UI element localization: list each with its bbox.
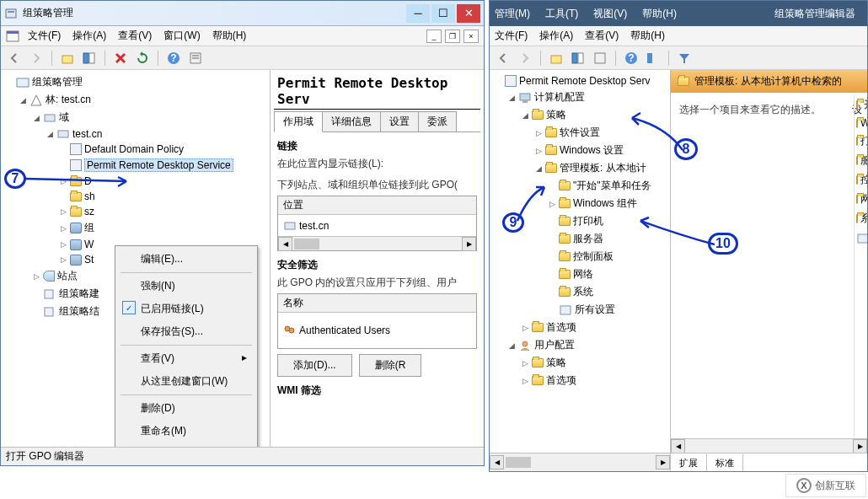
tab-scope[interactable]: 作用域 [274, 111, 323, 132]
tree-root[interactable]: 组策略管理 [3, 73, 268, 91]
tree-domain[interactable]: ◢test.cn [3, 126, 268, 142]
dm-manage[interactable]: 管理(M) [495, 7, 530, 21]
ctx-refresh[interactable]: 刷新(F) [117, 443, 255, 447]
collapse-icon[interactable]: ◢ [31, 113, 41, 123]
emenu-help[interactable]: 帮助(H) [630, 29, 665, 43]
list-item[interactable]: 所 [855, 228, 867, 248]
list-item[interactable]: Authenticated Users [278, 313, 476, 348]
list-item[interactable]: 打 [855, 131, 867, 151]
forward-button[interactable] [28, 50, 45, 67]
collapse-icon[interactable]: ◢ [506, 341, 517, 351]
help-icon[interactable]: ? [623, 50, 640, 67]
filter-toggle-icon[interactable] [645, 50, 662, 67]
tree-system[interactable]: 系统 [491, 283, 668, 301]
minimize-button[interactable]: ─ [406, 4, 430, 23]
help-icon[interactable]: ? [165, 50, 182, 67]
properties-icon[interactable] [187, 50, 204, 67]
emenu-action[interactable]: 操作(A) [539, 29, 573, 43]
tree-ou[interactable]: ▷D [3, 174, 268, 189]
remove-button[interactable]: 删除(R [359, 354, 422, 377]
expand-icon[interactable]: ▷ [533, 128, 544, 138]
dm-help[interactable]: 帮助(H) [642, 7, 677, 21]
tree-start-menu[interactable]: "开始"菜单和任务 [491, 177, 668, 195]
tree-scrollbar[interactable]: ◀▶ [490, 453, 671, 471]
expand-icon[interactable]: ▷ [31, 271, 41, 282]
ctx-enforce[interactable]: 强制(N) [117, 275, 255, 298]
tree-policies2[interactable]: ▷策略 [491, 354, 668, 372]
tab-standard[interactable]: 标准 [707, 454, 743, 471]
back-button[interactable] [6, 50, 23, 67]
ctx-delete[interactable]: 删除(D) [117, 397, 255, 420]
tree-ddp[interactable]: Default Domain Policy [3, 142, 268, 157]
tree-windows-settings[interactable]: ▷Windows 设置 [491, 142, 668, 159]
tree-network[interactable]: 网络 [491, 266, 668, 283]
tree-ou[interactable]: ▷sz [3, 204, 268, 219]
emenu-view[interactable]: 查看(V) [585, 29, 619, 43]
tree-policies[interactable]: ◢策略 [491, 106, 668, 124]
expand-icon[interactable]: ▷ [520, 323, 530, 333]
menu-file[interactable]: 文件(F) [28, 29, 61, 43]
expand-icon[interactable]: ▷ [520, 358, 530, 368]
expand-icon[interactable]: ▷ [58, 207, 68, 217]
horizontal-scrollbar[interactable]: ◀▶ [671, 438, 867, 453]
list-item[interactable]: test.cn [278, 215, 476, 236]
column-name[interactable]: 名称 [278, 294, 476, 313]
mdi-minimize[interactable]: _ [426, 30, 442, 43]
tree-software[interactable]: ▷软件设置 [491, 124, 668, 142]
up-icon[interactable] [59, 50, 76, 67]
collapse-icon[interactable]: ◢ [18, 95, 28, 105]
maximize-button[interactable]: ☐ [431, 4, 455, 23]
tree-forest[interactable]: ◢林: test.cn [3, 91, 268, 109]
dm-view[interactable]: 视图(V) [593, 7, 627, 21]
expand-icon[interactable]: ▷ [547, 199, 557, 209]
menu-view[interactable]: 查看(V) [118, 29, 152, 43]
collapse-icon[interactable]: ◢ [506, 93, 517, 103]
ctx-enable-link[interactable]: ✓已启用链接(L) [117, 298, 255, 320]
ctx-view[interactable]: 查看(V)▸ [117, 347, 255, 370]
expand-icon[interactable]: ▷ [520, 376, 530, 386]
tree-computer-config[interactable]: ◢计算机配置 [491, 89, 668, 106]
tree-windows-components[interactable]: ▷Windows 组件 [491, 195, 668, 212]
list-item[interactable]: 系 [855, 209, 867, 228]
list-item[interactable]: 控 [855, 170, 867, 190]
tree-ou[interactable]: sh [3, 189, 268, 204]
tree-control-panel[interactable]: 控制面板 [491, 248, 668, 266]
tree-admin-templates[interactable]: ◢管理模板: 从本地计 [491, 159, 668, 177]
forward-button[interactable] [517, 50, 533, 67]
tree-prds[interactable]: Permit Remote Desktop Service [3, 157, 268, 174]
dm-tools[interactable]: 工具(T) [545, 7, 578, 21]
ctx-new-window[interactable]: 从这里创建窗口(W) [117, 370, 255, 393]
collapse-icon[interactable]: ◢ [533, 164, 544, 174]
tree-root[interactable]: Permit Remote Desktop Serv [491, 73, 668, 89]
filter-icon[interactable] [676, 50, 693, 67]
list-item[interactable]: 服 [855, 151, 867, 170]
system-menu-icon[interactable] [6, 30, 19, 43]
tab-expand[interactable]: 扩展 [671, 454, 707, 471]
expand-icon[interactable]: ▷ [58, 223, 68, 233]
tree-user-config[interactable]: ◢用户配置 [491, 336, 668, 354]
expand-icon[interactable]: ▷ [58, 176, 68, 186]
tree-preferences2[interactable]: ▷首选项 [491, 372, 668, 389]
expand-icon[interactable]: ▷ [58, 239, 68, 250]
mdi-close[interactable]: × [463, 30, 479, 43]
list-icon[interactable] [570, 50, 587, 67]
menu-help[interactable]: 帮助(H) [212, 29, 247, 43]
list-item[interactable]: 网 [855, 190, 867, 209]
back-button[interactable] [495, 50, 512, 67]
tab-settings[interactable]: 设置 [380, 111, 419, 131]
collapse-icon[interactable]: ◢ [45, 129, 55, 139]
expand-icon[interactable]: ▷ [58, 255, 68, 265]
emenu-file[interactable]: 文件(F) [495, 29, 528, 43]
list-item[interactable]: "开 [855, 95, 867, 115]
refresh-icon[interactable] [134, 50, 151, 67]
menu-window[interactable]: 窗口(W) [163, 29, 200, 43]
expand-icon[interactable]: ▷ [533, 146, 544, 156]
tree-ou[interactable]: ▷组 [3, 219, 268, 237]
mdi-restore[interactable]: ❐ [445, 30, 460, 43]
delete-icon[interactable] [112, 50, 129, 67]
close-button[interactable]: ✕ [457, 4, 480, 23]
show-hide-icon[interactable] [81, 50, 98, 67]
ctx-edit[interactable]: 编辑(E)... [117, 248, 255, 271]
column-location[interactable]: 位置 [278, 196, 476, 215]
ctx-save-report[interactable]: 保存报告(S)... [117, 320, 255, 343]
